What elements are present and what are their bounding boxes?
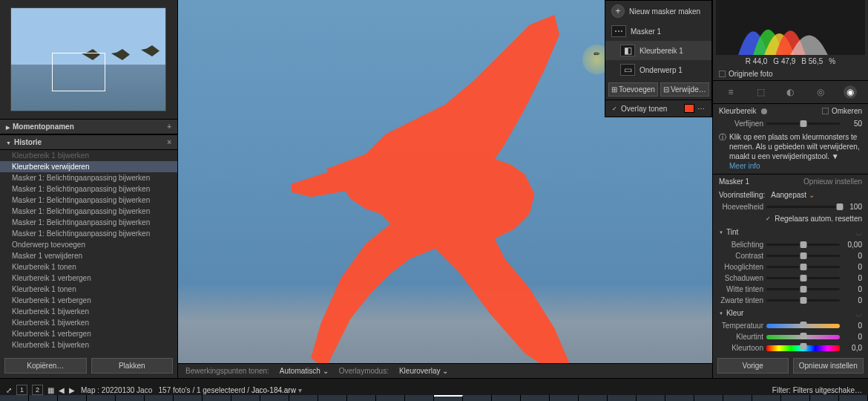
history-item[interactable]: Kleurbereik 1 bijwerken	[0, 306, 177, 317]
filmstrip-frame[interactable]	[463, 395, 492, 401]
exposure-slider[interactable]: Belichting0,00	[713, 239, 868, 250]
grid-icon[interactable]: ▦	[47, 386, 54, 394]
canvas[interactable]: ✎ + Nieuw masker maken ⋯ Masker 1 ◧ Kleu…	[178, 0, 712, 378]
hue-slider[interactable]: Kleurtoon0,0	[713, 342, 868, 353]
history-item[interactable]: Onderwerp toevoegen	[0, 239, 177, 250]
mask-subject[interactable]: ▭ Onderwerp 1	[605, 60, 711, 79]
view-2-button[interactable]: 2	[32, 385, 43, 395]
history-item[interactable]: Kleurbereik 1 verbergen	[0, 328, 177, 339]
color-group-header[interactable]: Kleur◡	[713, 306, 868, 320]
overlay-menu-icon[interactable]: ⋯	[697, 105, 706, 113]
filmstrip-frame[interactable]	[434, 395, 463, 401]
filmstrip-frame[interactable]	[376, 395, 405, 401]
filmstrip-frame[interactable]	[550, 395, 579, 401]
filmstrip-frame[interactable]	[174, 395, 203, 401]
filmstrip-frame[interactable]	[781, 395, 810, 401]
history-item[interactable]: Masker 1: Belichtingaanpassing bijwerken	[0, 217, 177, 228]
crop-tool-icon[interactable]: ⬚	[754, 85, 767, 99]
filmstrip-frame[interactable]	[637, 395, 665, 401]
mask-tool-icon[interactable]: ◉	[844, 85, 857, 99]
eye-icon[interactable]: ◡	[855, 309, 862, 317]
history-item[interactable]: Masker 1: Belichtingaanpassing bijwerken	[0, 228, 177, 239]
history-item[interactable]: Masker 1: Belichtingaanpassing bijwerken	[0, 195, 177, 206]
history-item[interactable]: Masker 1: Belichtingaanpassing bijwerken	[0, 183, 177, 195]
filmstrip-frame[interactable]	[58, 395, 87, 401]
reset-button[interactable]: Opnieuw instellen	[793, 358, 864, 374]
next-icon[interactable]: ▶	[69, 386, 75, 394]
history-header[interactable]: ▼Historie ×	[0, 134, 177, 150]
more-info-link[interactable]: Meer info	[729, 162, 760, 170]
navigator-thumbnail[interactable]	[10, 7, 166, 111]
whites-slider[interactable]: Witte tinten0	[713, 284, 868, 295]
history-item[interactable]: Kleurbereik 1 tonen	[0, 261, 177, 273]
filmstrip-frame[interactable]	[405, 395, 434, 401]
filmstrip-frame[interactable]	[87, 395, 116, 401]
mask-color-range[interactable]: ◧ Kleurbereik 1	[605, 41, 711, 60]
filmstrip-frame[interactable]	[347, 395, 376, 401]
filmstrip-frame[interactable]	[694, 395, 723, 401]
filmstrip-frame[interactable]	[203, 395, 231, 401]
eyedropper-icon[interactable]	[761, 108, 767, 114]
filmstrip-frame[interactable]	[579, 395, 608, 401]
add-mask-button[interactable]: ⊞Toevoegen	[608, 82, 658, 97]
temperature-slider[interactable]: Temperatuur0	[713, 320, 868, 331]
history-item[interactable]: Masker 1: Belichtingaanpassing bijwerken	[0, 172, 177, 183]
mask-1[interactable]: ⋯ Masker 1	[605, 22, 711, 41]
filmstrip-frame[interactable]	[521, 395, 550, 401]
history-item[interactable]: Kleurbereik 1 verbergen	[0, 295, 177, 306]
prev-icon[interactable]: ◀	[59, 386, 65, 394]
paste-button[interactable]: Plakken	[91, 358, 174, 374]
history-item[interactable]: Kleurbereik verwijderen	[0, 161, 177, 172]
tint-slider[interactable]: Kleurtint0	[713, 331, 868, 342]
filmstrip-frame[interactable]	[839, 395, 868, 401]
history-item[interactable]: Masker 1: Belichtingaanpassing bijwerken	[0, 206, 177, 217]
auto-reset-row[interactable]: ✓Regelaars autom. resetten	[713, 212, 868, 225]
filmstrip-frame[interactable]	[260, 395, 289, 401]
filmstrip-frame[interactable]	[231, 395, 260, 401]
refine-slider[interactable]: Verfijnen 50	[713, 118, 868, 129]
redeye-tool-icon[interactable]: ◎	[814, 85, 827, 99]
filmstrip-frame[interactable]	[608, 395, 637, 401]
filmstrip-frame[interactable]	[752, 395, 781, 401]
filter-control[interactable]: Filter: Filters uitgeschake…	[772, 386, 862, 394]
original-photo-toggle[interactable]: Originele foto	[713, 68, 868, 81]
overlay-checkbox[interactable]: ✓	[611, 105, 618, 112]
history-item[interactable]: Kleurbereik 1 bijwerken	[0, 339, 177, 351]
history-item[interactable]: Kleurbereik 1 bijwerken	[0, 150, 177, 161]
blacks-slider[interactable]: Zwarte tinten0	[713, 295, 868, 306]
filmstrip-frame[interactable]	[145, 395, 174, 401]
tint-group-header[interactable]: Tint◡	[713, 225, 868, 239]
remove-mask-button[interactable]: ⊟Verwijde…	[660, 82, 709, 97]
previous-button[interactable]: Vorige	[717, 358, 789, 374]
shadows-slider[interactable]: Schaduwen0	[713, 273, 868, 284]
expand-icon[interactable]: ⤢	[6, 386, 12, 394]
eye-icon[interactable]: ◡	[855, 228, 862, 236]
view-1-button[interactable]: 1	[16, 385, 27, 395]
snapshots-header[interactable]: ▶Momentopnamen +	[0, 119, 177, 134]
invert-toggle[interactable]: Omkeren	[822, 107, 862, 115]
history-item[interactable]: Masker 1 verwijderen	[0, 250, 177, 261]
histogram[interactable]	[716, 0, 865, 55]
history-item[interactable]: Kleurbereik 1 tonen	[0, 284, 177, 295]
amount-slider[interactable]: Hoeveelheid 100	[713, 201, 868, 212]
overlay-mode-dropdown[interactable]: Kleuroverlay ⌄	[399, 367, 448, 375]
filmstrip-frame[interactable]	[0, 395, 29, 401]
edit-tool-icon[interactable]: ≡	[724, 85, 737, 99]
history-item[interactable]: Kleurbereik 1 verbergen	[0, 273, 177, 284]
edit-points-dropdown[interactable]: Automatisch ⌄	[280, 367, 329, 375]
new-mask-button[interactable]: + Nieuw masker maken	[605, 1, 711, 22]
filmstrip-frame[interactable]	[492, 395, 521, 401]
overlay-color-swatch[interactable]	[684, 104, 694, 113]
filmstrip-frame[interactable]	[723, 395, 752, 401]
highlights-slider[interactable]: Hooglichten0	[713, 261, 868, 273]
filmstrip-frame[interactable]	[116, 395, 145, 401]
breadcrumb[interactable]: Map : 20220130 Jaco 157 foto's / 1 gesel…	[81, 386, 302, 394]
filmstrip-frame[interactable]	[665, 395, 694, 401]
filmstrip-frame[interactable]	[318, 395, 347, 401]
contrast-slider[interactable]: Contrast0	[713, 250, 868, 261]
heal-tool-icon[interactable]: ◐	[783, 85, 797, 99]
filmstrip-frame[interactable]	[810, 395, 839, 401]
history-close-icon[interactable]: ×	[167, 138, 171, 146]
filmstrip-frame[interactable]	[29, 395, 58, 401]
filmstrip-frame[interactable]	[289, 395, 318, 401]
